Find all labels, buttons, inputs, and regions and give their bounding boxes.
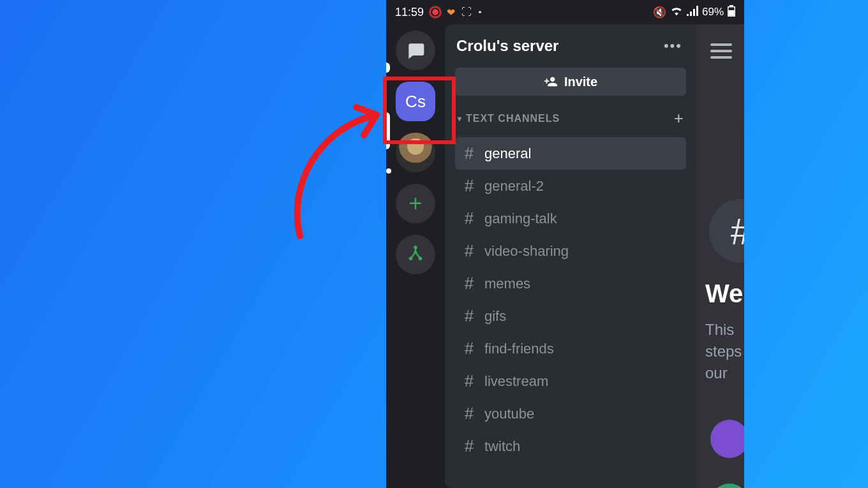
server-title[interactable]: Crolu's server — [456, 37, 558, 55]
annotation-arrow-icon — [281, 77, 396, 242]
welcome-heading-fragment: We — [705, 279, 743, 308]
create-channel-button[interactable]: + — [674, 108, 684, 128]
hash-icon: # — [463, 209, 475, 228]
server-unread-pill — [386, 168, 391, 174]
channel-label: youtube — [484, 406, 534, 422]
welcome-sub-fragment: This steps our — [705, 319, 742, 384]
hamburger-menu-button[interactable] — [710, 40, 732, 63]
chat-peek-pane[interactable]: # We This steps our — [696, 24, 744, 488]
chevron-down-icon: ▾ — [458, 114, 462, 123]
channel-video-sharing[interactable]: # video-sharing — [455, 235, 686, 267]
channel-find-friends[interactable]: # find-friends — [455, 332, 686, 365]
direct-messages-button[interactable] — [396, 31, 435, 70]
channel-panel: Crolu's server ••• Invite ▾ TEXT CHANNEL… — [445, 24, 696, 488]
hub-icon — [406, 245, 425, 264]
channel-youtube[interactable]: # youtube — [455, 397, 686, 430]
discover-hub-button[interactable] — [396, 235, 435, 274]
channel-gifs[interactable]: # gifs — [455, 300, 686, 332]
hash-icon: # — [463, 274, 475, 293]
hash-icon: # — [463, 404, 475, 424]
heart-icon: ❤ — [447, 6, 455, 18]
fullscreen-icon: ⛶ — [461, 6, 470, 18]
svg-point-5 — [414, 251, 417, 254]
invite-button[interactable]: Invite — [455, 68, 686, 96]
signal-icon — [687, 6, 698, 19]
channel-memes[interactable]: # memes — [455, 267, 686, 300]
hash-icon: # — [463, 371, 475, 391]
suggestion-bubble-2[interactable] — [710, 484, 744, 488]
add-server-button[interactable]: + — [396, 184, 435, 223]
server-avatar-2[interactable] — [396, 133, 435, 172]
dm-unread-pill — [386, 63, 390, 73]
recording-indicator-icon — [430, 7, 440, 17]
battery-percent: 69% — [702, 6, 724, 18]
svg-rect-1 — [729, 10, 735, 16]
suggestion-bubble-1[interactable] — [710, 420, 744, 458]
discord-mobile-app: 11:59 ❤ ⛶ 🔇 69% — [386, 0, 744, 488]
android-status-bar: 11:59 ❤ ⛶ 🔇 69% — [386, 0, 744, 24]
channel-label: find-friends — [484, 341, 554, 357]
channel-list: # general # general-2 # gaming-talk # vi… — [455, 137, 686, 462]
channel-gaming-talk[interactable]: # gaming-talk — [455, 202, 686, 235]
battery-icon — [728, 5, 735, 20]
hash-icon: # — [463, 436, 475, 456]
channel-label: general-2 — [484, 178, 544, 195]
svg-point-3 — [409, 256, 413, 260]
channel-livestream[interactable]: # livestream — [455, 365, 686, 397]
plus-icon: + — [408, 192, 422, 215]
mute-icon: 🔇 — [653, 6, 666, 19]
hash-icon: # — [463, 144, 475, 163]
channel-label: general — [484, 145, 531, 162]
channel-general[interactable]: # general — [455, 137, 686, 170]
person-add-icon — [544, 75, 558, 89]
channel-label: video-sharing — [484, 243, 569, 260]
server-rail: Cs + — [386, 24, 445, 488]
wifi-icon — [670, 6, 683, 19]
active-server-pill — [386, 112, 390, 149]
channel-general-2[interactable]: # general-2 — [455, 170, 686, 202]
section-title-label: TEXT CHANNELS — [466, 113, 560, 124]
channel-label: memes — [484, 276, 530, 292]
channel-hero-hash-icon: # — [709, 199, 744, 263]
server-options-button[interactable]: ••• — [664, 38, 682, 54]
server-crolu[interactable]: Cs — [396, 82, 435, 121]
clock: 11:59 — [395, 6, 424, 19]
channel-label: livestream — [484, 373, 548, 390]
svg-point-4 — [419, 256, 423, 260]
more-notifications-icon — [479, 11, 481, 13]
hash-icon: # — [463, 176, 475, 196]
channel-label: twitch — [484, 438, 520, 455]
hash-icon: # — [463, 306, 475, 326]
hash-icon: # — [463, 241, 475, 261]
channel-label: gifs — [484, 308, 506, 325]
invite-label: Invite — [564, 75, 597, 89]
svg-point-2 — [414, 246, 417, 249]
server-abbrev: Cs — [405, 92, 426, 112]
chat-bubble-icon — [405, 40, 426, 61]
channel-twitch[interactable]: # twitch — [455, 430, 686, 462]
text-channels-header[interactable]: ▾ TEXT CHANNELS — [458, 113, 560, 124]
hash-icon: # — [463, 339, 475, 359]
channel-label: gaming-talk — [484, 211, 557, 227]
